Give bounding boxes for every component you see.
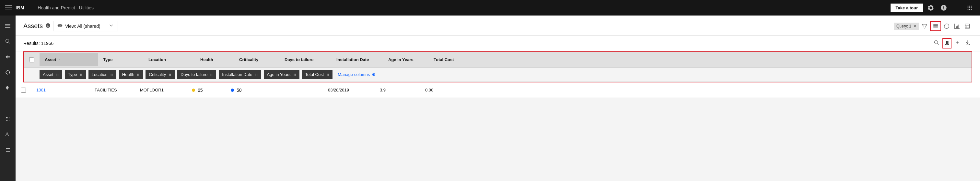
svg-rect-2 (5, 9, 12, 9)
ibm-brand: IBM (16, 5, 24, 10)
sidebar-icon-menu[interactable] (0, 18, 16, 34)
asset-link[interactable]: 1001 (36, 88, 46, 93)
query-badge[interactable]: Query: 1 ✕ (894, 23, 919, 30)
col-chip-health-label: Health (122, 72, 135, 77)
table-view-icon[interactable] (963, 22, 972, 30)
th-install-label: Installation Date (336, 57, 369, 62)
td-installation-date: 03/28/2019 (323, 84, 375, 96)
td-asset: 1001 (31, 84, 89, 96)
col-chip-asset[interactable]: Asset ⠿ (40, 70, 62, 79)
table-area: Asset ↑ Type Location Health Criticality (16, 51, 980, 98)
sidebar-icon-target[interactable] (0, 65, 16, 80)
col-chip-location-drag-icon: ⠿ (110, 72, 113, 77)
col-chip-age[interactable]: Age in Years ⠿ (264, 70, 299, 79)
th-location-label: Location (148, 57, 166, 62)
view-toolbar: Query: 1 ✕ (894, 21, 972, 31)
col-chip-health-drag-icon: ⠿ (137, 72, 140, 77)
criticality-value: 50 (237, 88, 242, 93)
sidebar-icon-settings[interactable] (0, 142, 16, 158)
col-chip-age-label: Age in Years (267, 72, 291, 77)
sort-asc-icon: ↑ (58, 58, 60, 62)
sidebar (0, 16, 16, 181)
select-all-checkbox[interactable] (29, 57, 34, 62)
sidebar-icon-grid[interactable] (0, 111, 16, 127)
query-badge-text: Query: 1 (896, 24, 911, 28)
main-content: Assets View: All (shared) (16, 16, 980, 181)
manage-columns-settings-icon: ⚙ (372, 72, 375, 77)
row-checkbox-cell (16, 88, 31, 93)
th-installation-date[interactable]: Installation Date (331, 54, 383, 66)
column-config-box: Asset ↑ Type Location Health Criticality (23, 51, 972, 82)
manage-columns-button[interactable]: Manage columns ⚙ (338, 72, 375, 77)
column-config-row: Asset ⠿ Type ⠿ Location ⠿ Health ⠿ (24, 68, 972, 82)
col-chip-cost[interactable]: Total Cost ⠿ (302, 70, 333, 79)
sidebar-icon-lightning[interactable] (0, 80, 16, 96)
col-chip-days[interactable]: Days to failure ⠿ (177, 70, 216, 79)
apps-icon[interactable] (964, 3, 975, 13)
header-checkbox-cell (24, 57, 40, 62)
columns-toolbar-icon[interactable] (942, 38, 951, 49)
th-health-label: Health (200, 57, 213, 62)
svg-rect-5 (5, 27, 10, 28)
th-asset[interactable]: Asset ↑ (40, 54, 98, 66)
take-tour-button[interactable]: Take a tour (891, 3, 923, 12)
th-total-cost[interactable]: Total Cost (428, 54, 474, 66)
settings-icon[interactable] (926, 3, 936, 13)
td-location: MOFLOOR1 (135, 84, 187, 96)
th-health[interactable]: Health (195, 54, 234, 66)
view-select-text: View: All (shared) (65, 24, 106, 29)
row-checkbox[interactable] (21, 88, 26, 93)
query-badge-close-icon[interactable]: ✕ (913, 24, 916, 28)
search-toolbar-icon[interactable] (932, 38, 941, 49)
col-chip-type[interactable]: Type ⠿ (65, 70, 86, 79)
col-chip-type-label: Type (68, 72, 77, 77)
help-icon[interactable] (939, 3, 949, 13)
col-chip-install-label: Installation Date (222, 72, 252, 77)
health-dot-icon (192, 88, 195, 92)
app-title: Health and Predict - Utilities (38, 5, 94, 10)
map-view-icon[interactable] (942, 22, 951, 30)
download-toolbar-icon[interactable] (963, 38, 972, 49)
td-age: 3.9 (375, 84, 420, 96)
col-chip-cost-label: Total Cost (305, 72, 324, 77)
th-asset-label: Asset (45, 57, 56, 62)
sidebar-icon-users[interactable] (0, 127, 16, 142)
col-chip-criticality[interactable]: Criticality ⠿ (145, 70, 175, 79)
add-toolbar-icon[interactable] (953, 38, 962, 49)
table-header: Asset ↑ Type Location Health Criticality (24, 52, 972, 68)
th-age-in-years[interactable]: Age in Years (383, 54, 428, 66)
th-type-label: Type (103, 57, 113, 62)
chart-view-icon[interactable] (952, 22, 962, 30)
th-type[interactable]: Type (98, 54, 143, 66)
sidebar-icon-back[interactable] (0, 49, 16, 65)
col-chip-asset-drag-icon: ⠿ (56, 72, 59, 77)
col-chip-location[interactable]: Location ⠿ (89, 70, 116, 79)
td-health: 65 (187, 84, 226, 97)
criticality-dot-icon (231, 88, 234, 92)
svg-rect-1 (5, 7, 12, 8)
col-chip-install[interactable]: Installation Date ⠿ (219, 70, 261, 79)
th-days-to-failure[interactable]: Days to failure (279, 54, 331, 66)
info-icon[interactable] (45, 23, 51, 29)
user-icon[interactable] (951, 3, 962, 13)
col-chip-health[interactable]: Health ⠿ (119, 70, 143, 79)
svg-rect-3 (5, 24, 10, 25)
col-chip-days-drag-icon: ⠿ (210, 72, 213, 77)
page-header: Assets View: All (shared) (16, 16, 980, 36)
th-location[interactable]: Location (143, 54, 195, 66)
list-view-icon[interactable] (930, 21, 941, 31)
sidebar-icon-list[interactable] (0, 96, 16, 111)
hamburger-menu-icon[interactable] (5, 4, 12, 12)
view-select[interactable]: View: All (shared) (53, 21, 118, 31)
td-cost: 0.00 (420, 84, 465, 96)
top-navigation: IBM Health and Predict - Utilities Take … (0, 0, 980, 16)
health-value: 65 (198, 88, 203, 93)
filter-icon[interactable] (920, 22, 929, 30)
toolbar-right (932, 38, 972, 49)
sidebar-icon-search[interactable] (0, 34, 16, 49)
eye-icon (57, 23, 62, 29)
col-chip-install-drag-icon: ⠿ (255, 72, 258, 77)
results-count: Results: 11966 (23, 41, 54, 46)
td-type: FACILITIES (89, 84, 135, 96)
th-criticality[interactable]: Criticality (234, 54, 279, 66)
